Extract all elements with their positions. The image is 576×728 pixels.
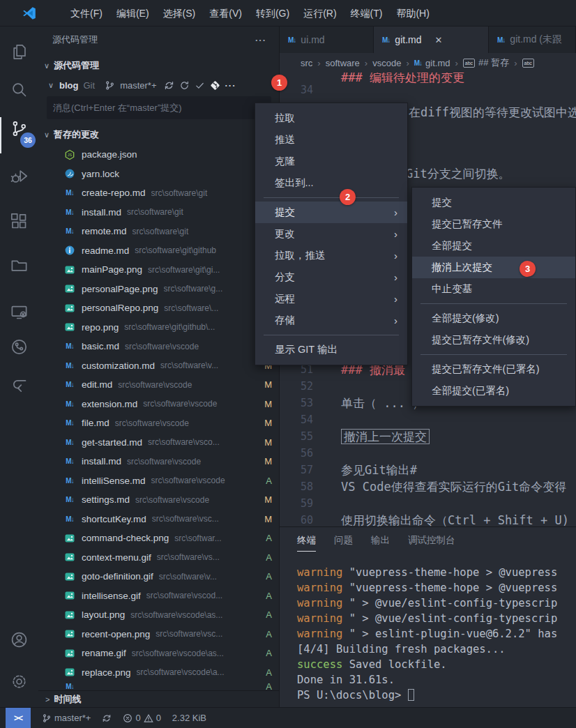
breadcrumb-item[interactable]: abc (522, 59, 538, 68)
refresh-icon[interactable] (179, 80, 190, 91)
titlebar-menu-文[interactable]: 文件(F) (63, 0, 109, 26)
file-row[interactable]: yarn.lock (38, 165, 279, 184)
file-row[interactable]: context-menu.gifsrc\software\vs...A (38, 548, 279, 568)
menu-item[interactable]: 提交已暂存文件(已署名) (412, 358, 575, 380)
menu-item[interactable]: 更改› (255, 223, 407, 245)
settings-icon[interactable] (10, 672, 29, 691)
menu-item[interactable]: 远程› (255, 288, 407, 310)
menu-item[interactable]: 签出到... (255, 172, 407, 194)
menu-item[interactable]: 提交 (412, 192, 575, 213)
breadcrumb-item[interactable]: software (326, 58, 360, 68)
file-row[interactable]: M↓basic.mdsrc\software\vscode (38, 337, 279, 356)
remote-indicator[interactable]: >< (6, 708, 31, 728)
file-row[interactable]: M↓get-started.mdsrc\software\vsco...M (38, 433, 279, 453)
more-actions-icon[interactable]: ··· (255, 35, 266, 45)
scm-section-header[interactable]: ∨ 源代码管理 (38, 57, 279, 74)
search-icon[interactable] (10, 80, 29, 99)
statusbar-problems[interactable]: 0 0 (123, 713, 160, 723)
file-row[interactable]: M↓shortcutKey.mdsrc\software\vsc...M (38, 510, 279, 529)
file-row[interactable]: M↓install.mdsrc\software\git (38, 203, 279, 222)
git-graph-icon[interactable] (10, 338, 29, 356)
file-row[interactable]: mainPage.pngsrc\software\git\gi... (38, 260, 279, 280)
menu-item[interactable]: 中止变基 (412, 278, 575, 300)
breadcrumb-item[interactable]: M↓git.md (414, 58, 450, 68)
menu-item[interactable]: 撤消上次提交 (412, 257, 575, 278)
staged-changes-header[interactable]: ∨ 暂存的更改 (38, 126, 279, 144)
file-row[interactable]: M↓install.mdsrc\software\vscodeM (38, 452, 279, 471)
breadcrumb-item[interactable]: src (301, 58, 312, 68)
panel-tab-item[interactable]: 问题 (334, 534, 353, 552)
titlebar-menu-帮[interactable]: 帮助(H) (389, 0, 436, 26)
commit-message-input[interactable]: 消息(Ctrl+Enter 在“master”提交) (47, 96, 271, 119)
panel-tab-item[interactable]: 输出 (371, 534, 390, 552)
breadcrumb-item[interactable]: vscode (372, 58, 401, 68)
file-row[interactable]: M↓intelliSense.mdsrc\software\vscodeA (38, 471, 279, 491)
file-row[interactable]: rename.gifsrc\software\vscode\as...A (38, 644, 279, 663)
menu-item[interactable]: 全部提交(已署名) (412, 380, 575, 402)
run-debug-icon[interactable] (10, 167, 29, 185)
file-row[interactable]: M↓create-repo.mdsrc\software\git (38, 183, 279, 203)
menu-item[interactable]: 克隆 (255, 151, 407, 172)
commit-check-icon[interactable] (195, 80, 205, 91)
git-logo-icon[interactable] (210, 80, 220, 91)
titlebar-menu-选[interactable]: 选择(S) (156, 0, 203, 26)
file-row[interactable]: goto-definition.gifsrc\software\v...A (38, 567, 279, 586)
file-row[interactable]: personalPage.pngsrc\software\g... (38, 280, 279, 299)
repo-row[interactable]: ∨ blog Git master*+ ··· (38, 75, 279, 95)
sync-icon[interactable] (164, 80, 174, 91)
file-path: src\software\vscode (127, 457, 259, 467)
file-row[interactable]: M↓edit.mdsrc\software\vscodeM (38, 375, 279, 395)
menu-item[interactable]: 提交已暂存文件(修改) (412, 329, 575, 351)
menu-item[interactable]: 分支› (255, 266, 407, 288)
file-row[interactable]: replace.pngsrc\software\vscode\a...A (38, 663, 279, 683)
tab-git.md[interactable]: M↓git.md✕ (374, 26, 489, 53)
menu-item[interactable]: 提交已暂存文件 (412, 213, 575, 235)
menu-item[interactable]: 拉取，推送› (255, 245, 407, 266)
file-path: src\software\git\gi... (148, 265, 259, 275)
statusbar-sync[interactable] (102, 713, 112, 723)
file-row[interactable]: recent-open.pngsrc\software\vsc...A (38, 625, 279, 644)
close-icon[interactable]: ✕ (434, 35, 442, 45)
file-row[interactable]: readme.mdsrc\software\git\github (38, 241, 279, 261)
titlebar-menu-终[interactable]: 终端(T) (344, 0, 390, 26)
file-row[interactable]: personalRepo.pngsrc\software\... (38, 298, 279, 318)
panel-tab-item[interactable]: 调试控制台 (408, 534, 455, 552)
file-row[interactable]: intellisense.gifsrc\software\vscod...A (38, 586, 279, 606)
back-arrow-icon[interactable] (10, 375, 29, 394)
repo-more-actions-icon[interactable]: ··· (225, 80, 236, 91)
file-row[interactable]: repo.pngsrc\software\git\github\... (38, 318, 279, 338)
terminal-output[interactable]: warning "vuepress-theme-hope > @vuepress… (297, 565, 576, 703)
menu-item[interactable]: 全部提交(修改) (412, 308, 575, 329)
menu-item[interactable]: 推送 (255, 129, 407, 151)
remote-explorer-icon[interactable] (10, 303, 29, 321)
titlebar-menu-编[interactable]: 编辑(E) (109, 0, 156, 26)
account-icon[interactable] (10, 630, 29, 649)
menu-item[interactable]: 存储› (255, 310, 407, 331)
tab-ui.md[interactable]: M↓ui.md (280, 26, 374, 53)
menu-item[interactable]: 全部提交 (412, 235, 575, 257)
repo-branch-label[interactable]: master*+ (120, 80, 156, 91)
folder-icon[interactable] (10, 256, 29, 275)
titlebar-menu-转[interactable]: 转到(G) (249, 0, 296, 26)
extensions-icon[interactable] (10, 212, 29, 231)
breadcrumb-item[interactable]: abc## 暂存 (463, 56, 509, 69)
titlebar-menu-运[interactable]: 运行(R) (296, 0, 343, 26)
file-row[interactable]: M↓A (38, 682, 279, 690)
panel-tab-active[interactable]: 终端 (297, 534, 316, 552)
file-row[interactable]: command-check.pngsrc\softwar...A (38, 529, 279, 548)
menu-item[interactable]: 拉取 (255, 107, 407, 129)
file-row[interactable]: layout.pngsrc\software\vscode\as...A (38, 605, 279, 625)
file-row[interactable]: M↓extension.mdsrc\software\vscodeM (38, 395, 279, 414)
statusbar-branch[interactable]: master*+ (42, 713, 91, 723)
timeline-header[interactable]: > 时间线 (38, 690, 279, 707)
menu-item[interactable]: 提交› (255, 202, 407, 223)
file-row[interactable]: M↓settings.mdsrc\software\vscodeM (38, 490, 279, 510)
file-row[interactable]: M↓remote.mdsrc\software\git (38, 222, 279, 241)
file-row[interactable]: JSpackage.json (38, 145, 279, 165)
titlebar-menu-查[interactable]: 查看(V) (202, 0, 249, 26)
menu-item[interactable]: 显示 GIT 输出 (255, 339, 407, 361)
file-row[interactable]: M↓file.mdsrc\software\vscodeM (38, 414, 279, 433)
tab-git.md[interactable]: M↓git.md (未跟 (489, 26, 576, 53)
files-icon[interactable] (10, 43, 29, 61)
file-row[interactable]: M↓customization.mdsrc\software\v...M (38, 356, 279, 376)
